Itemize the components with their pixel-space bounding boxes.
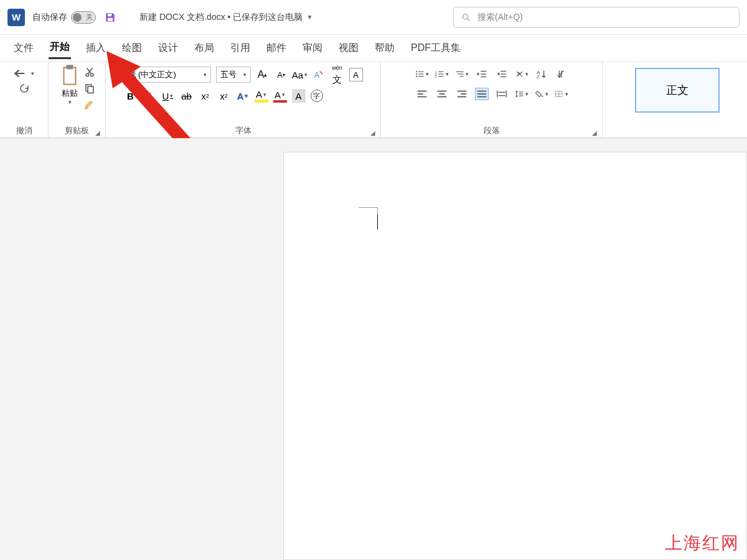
group-styles: 正文 (603, 62, 747, 138)
group-clipboard: 粘贴 ▾ 剪贴板◢ (49, 62, 106, 138)
paste-button[interactable] (59, 64, 80, 88)
tab-view[interactable]: 视图 (337, 38, 360, 58)
document-page[interactable] (283, 152, 747, 560)
chevron-down-icon: ▼ (306, 14, 312, 21)
change-case-button[interactable]: Aa▾ (293, 68, 307, 82)
strike-button[interactable]: ab (180, 89, 194, 103)
shrink-font-button[interactable]: A▾ (275, 68, 288, 82)
tab-help[interactable]: 帮助 (374, 38, 396, 58)
group-label-clipboard: 剪贴板◢ (52, 124, 101, 136)
group-paragraph: ▾ 123▾ ▾ A▾ AZ ▾ ▾ ▾ 段落◢ (381, 62, 603, 138)
copy-button[interactable] (84, 83, 95, 94)
svg-point-12 (416, 73, 417, 75)
watermark-text: 上海红网 (665, 531, 740, 555)
tab-references[interactable]: 引用 (229, 38, 251, 58)
subscript-button[interactable]: x2 (199, 89, 212, 103)
superscript-button[interactable]: x2 (217, 89, 231, 103)
distributed-button[interactable] (495, 88, 509, 100)
italic-button[interactable]: I (143, 89, 156, 103)
toggle-switch[interactable]: 关 (71, 11, 96, 24)
enclose-char-button[interactable]: 字 (311, 90, 323, 102)
dialog-launcher-icon[interactable]: ◢ (95, 129, 100, 136)
undo-button[interactable]: ▾ (14, 68, 34, 79)
borders-button[interactable]: ▾ (555, 88, 568, 100)
search-placeholder: 搜索(Alt+Q) (477, 12, 523, 23)
group-label-styles (606, 135, 743, 136)
svg-text:Z: Z (536, 74, 539, 80)
svg-rect-4 (63, 67, 75, 84)
svg-text:A: A (517, 72, 520, 76)
svg-point-6 (86, 73, 89, 77)
search-icon (461, 12, 471, 22)
document-title[interactable]: 新建 DOCX 文档.docx • 已保存到这台电脑 ▼ (139, 12, 312, 23)
bold-button[interactable]: B (124, 89, 138, 103)
ribbon-tabs: 文件 开始 插入 绘图 设计 布局 引用 邮件 审阅 视图 帮助 PDF工具集 (0, 35, 747, 61)
increase-indent-button[interactable] (495, 68, 509, 80)
svg-line-3 (467, 19, 469, 21)
svg-rect-9 (88, 86, 93, 93)
multilevel-list-button[interactable]: ▾ (455, 68, 469, 80)
tab-layout[interactable]: 布局 (193, 38, 215, 58)
redo-button[interactable] (17, 83, 31, 94)
sort-button[interactable]: AZ (535, 68, 548, 80)
align-right-button[interactable] (455, 88, 469, 100)
clear-format-button[interactable]: A (312, 68, 326, 82)
tab-design[interactable]: 设计 (157, 38, 179, 58)
shading-button[interactable]: ▾ (535, 88, 548, 100)
numbering-button[interactable]: 123▾ (435, 68, 449, 80)
svg-text:3: 3 (435, 75, 437, 78)
asian-layout-button[interactable]: A▾ (515, 68, 529, 80)
svg-point-11 (416, 71, 417, 72)
svg-rect-1 (108, 17, 113, 21)
font-color-button[interactable]: A▾ (273, 89, 287, 103)
tab-pdf[interactable]: PDF工具集 (410, 38, 462, 58)
font-size-combo[interactable]: 五号▾ (216, 67, 251, 83)
show-marks-button[interactable] (555, 68, 568, 80)
format-painter-button[interactable] (84, 99, 95, 110)
tab-home[interactable]: 开始 (49, 37, 71, 59)
align-left-button[interactable] (415, 88, 429, 100)
dialog-launcher-icon[interactable]: ◢ (592, 129, 597, 136)
grow-font-button[interactable]: A▴ (256, 68, 270, 82)
document-area (0, 138, 747, 560)
tab-review[interactable]: 审阅 (301, 38, 324, 58)
tab-insert[interactable]: 插入 (85, 38, 107, 58)
group-label-font: 字体◢ (110, 124, 377, 136)
autosave-label: 自动保存 (32, 12, 67, 23)
paste-label: 粘贴 (62, 88, 78, 99)
line-spacing-button[interactable]: ▾ (515, 88, 529, 100)
group-label-paragraph: 段落◢ (385, 124, 598, 136)
group-font: 线 (中文正文)▾ 五号▾ A▴ A▾ Aa▾ A wén文 A B I U▾ … (106, 62, 381, 138)
align-center-button[interactable] (435, 88, 449, 100)
save-icon[interactable] (103, 11, 117, 24)
group-undo: ▾ 撤消 (0, 62, 49, 138)
svg-rect-5 (66, 65, 73, 69)
decrease-indent-button[interactable] (475, 68, 489, 80)
char-border-button[interactable]: A (349, 68, 363, 82)
cut-button[interactable] (84, 67, 95, 78)
dialog-launcher-icon[interactable]: ◢ (370, 129, 375, 136)
word-app-icon: W (7, 9, 25, 26)
highlight-button[interactable]: A▾ (255, 89, 268, 103)
tab-draw[interactable]: 绘图 (121, 38, 143, 58)
title-bar: W 自动保存 关 新建 DOCX 文档.docx • 已保存到这台电脑 ▼ 搜索… (0, 0, 747, 35)
search-input[interactable]: 搜索(Alt+Q) (453, 7, 740, 28)
style-normal[interactable]: 正文 (635, 68, 720, 113)
tab-file[interactable]: 文件 (12, 38, 35, 58)
svg-point-7 (90, 73, 93, 77)
text-effects-button[interactable]: A▾ (236, 89, 250, 103)
svg-text:A: A (314, 71, 319, 80)
font-name-combo[interactable]: 线 (中文正文)▾ (124, 67, 211, 83)
phonetic-guide-button[interactable]: wén文 (331, 68, 344, 82)
autosave-toggle[interactable]: 自动保存 关 (32, 11, 96, 24)
bullets-button[interactable]: ▾ (415, 68, 429, 80)
char-shading-button[interactable]: A (292, 89, 306, 103)
svg-point-2 (463, 14, 468, 19)
ribbon: ▾ 撤消 粘贴 ▾ 剪贴板◢ (0, 61, 747, 138)
svg-rect-0 (108, 14, 112, 16)
tab-mailings[interactable]: 邮件 (265, 38, 288, 58)
underline-button[interactable]: U▾ (161, 89, 175, 103)
svg-point-13 (416, 76, 417, 77)
align-justify-button[interactable] (475, 88, 489, 100)
chevron-down-icon[interactable]: ▾ (68, 99, 72, 105)
